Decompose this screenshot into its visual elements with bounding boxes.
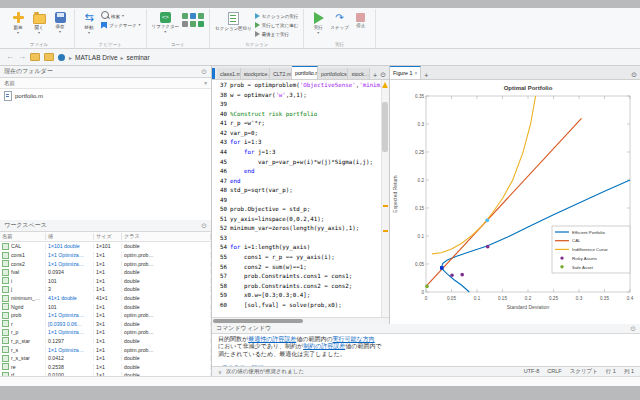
status-item: UTF-8	[524, 368, 540, 375]
ribbon-button-runsec[interactable]: セクションの実行	[255, 12, 299, 20]
editor-tab-portfoliom[interactable]: portfolio.m×	[292, 66, 318, 79]
ribbon-button-save[interactable]: 保存▾	[51, 11, 69, 34]
file-list-item[interactable]: portfolio.m	[0, 89, 211, 103]
workspace-row[interactable]: cons21×1 Optimiza…1×1optim.prob…	[0, 259, 211, 268]
ribbon-button-label: ブックマーク	[109, 23, 137, 28]
current-folder-column-header[interactable]: 名前 ▾	[0, 78, 211, 89]
workspace-row[interactable]: i1011×1double	[0, 277, 211, 286]
variable-size-cell: 1×1	[94, 261, 122, 267]
code-line: for j=1:3	[230, 149, 381, 159]
window-footer	[0, 376, 640, 386]
ribbon-button-step[interactable]: ↷ステップ	[330, 11, 348, 31]
panel-menu-icon[interactable]: ⊙	[201, 68, 207, 76]
line-number: 59	[212, 292, 227, 302]
ribbon-button-runadv[interactable]: 実行して次に進む	[255, 21, 299, 29]
ribbon-button-search[interactable]: 検索▾	[101, 12, 141, 20]
code-line: minimum_var=zeros(length(yy_axis),1);	[230, 225, 381, 235]
workspace-row[interactable]: r_s_star0.04121×1double	[0, 354, 211, 363]
workspace-row[interactable]: r_s1×1 Optimiza…1×1optim.prob…	[0, 345, 211, 354]
code-editor[interactable]: class1.m×stockprice.m×CLT2.m×portfolio.m…	[212, 66, 390, 324]
doc-link[interactable]: 最適性の許容誤差	[248, 336, 296, 342]
panel-menu-icon[interactable]: ⊙	[380, 71, 386, 79]
workspace-row[interactable]: re0.25381×1double	[0, 362, 211, 371]
line-number: 40	[212, 111, 227, 121]
figure-tab[interactable]: Figure 1 ×	[390, 66, 421, 79]
variable-icon	[2, 243, 9, 250]
code-warning-icon[interactable]	[382, 82, 388, 88]
workspace-row[interactable]: fval0.09341×1double	[0, 268, 211, 277]
panel-menu-icon[interactable]: ⊙	[201, 222, 207, 230]
line-number-gutter: 3738394041424344454647484950515253545556…	[212, 80, 230, 317]
doc-link[interactable]: 実行可能な方向	[333, 336, 375, 342]
code-tool-icon[interactable]	[190, 21, 196, 27]
status-item: 行 1	[606, 368, 616, 375]
ribbon-button-run[interactable]: 実行▾	[309, 11, 327, 35]
scrollbar-thumb[interactable]	[213, 319, 303, 323]
breadcrumb-item[interactable]: MATLAB Drive	[75, 54, 118, 61]
workspace-row[interactable]: j31×1double	[0, 285, 211, 294]
folder-up-icon[interactable]	[30, 53, 40, 61]
section-icon	[228, 12, 239, 25]
new-folder-icon[interactable]	[44, 53, 54, 61]
code-tool-icon[interactable]	[182, 13, 188, 19]
workspace-column-header[interactable]: 名前値サイズクラス	[0, 232, 211, 242]
panel-menu-icon[interactable]: ⊙	[631, 71, 637, 79]
variable-class-cell: double	[122, 355, 211, 361]
editor-tab-portfolioIcsm[interactable]: portfolioIcs.m×	[318, 68, 348, 79]
figure-canvas[interactable]: 00.050.10.150.20.250.30.350.400.050.10.1…	[390, 80, 640, 329]
code-tool-icon[interactable]	[198, 13, 204, 19]
panel-menu-icon[interactable]: ⊙	[630, 325, 636, 333]
caret-icon: ▾	[122, 14, 124, 18]
variable-name-cell: j	[0, 286, 46, 293]
back-icon[interactable]: ←	[6, 53, 14, 61]
code-tool-icon[interactable]	[198, 21, 204, 27]
forward-icon[interactable]: →	[18, 53, 26, 61]
code-tool-icon[interactable]	[182, 21, 188, 27]
warning-marker[interactable]	[383, 230, 388, 232]
ribbon-button-refactor[interactable]: <>リファクター▾	[152, 11, 180, 34]
ribbon-button-section[interactable]: セクション区切り	[215, 11, 252, 32]
variable-size-cell: 1×1	[94, 278, 122, 284]
workspace-row[interactable]: r_p_star0.12971×1double	[0, 337, 211, 346]
doc-link[interactable]: 制約の許容誤差	[303, 343, 345, 349]
ribbon-button-stop[interactable]: 停止	[352, 11, 370, 29]
variable-name-cell: re	[0, 363, 46, 370]
editor-tab-stock[interactable]: stock…×	[348, 68, 370, 79]
workspace-row[interactable]: minimum_…41×1 double41×1double	[0, 294, 211, 303]
ribbon-button-open[interactable]: 開く▾	[30, 11, 48, 35]
breadcrumb-item[interactable]: seminar	[127, 54, 150, 61]
ribbon-button-bookmark[interactable]: ブックマーク▾	[101, 21, 141, 29]
stop-icon	[356, 13, 365, 22]
filter-icon[interactable]: ▾	[204, 80, 207, 86]
warning-marker[interactable]	[383, 205, 388, 207]
code-tool-icon[interactable]	[190, 13, 196, 19]
variable-icon	[2, 260, 9, 267]
editor-dock-handle[interactable]	[212, 68, 215, 79]
horizontal-scrollbar[interactable]	[212, 317, 389, 324]
svg-text:0.35: 0.35	[600, 296, 609, 301]
new-tab-icon[interactable]: +	[373, 72, 377, 79]
ribbon-button-new[interactable]: 新規▾	[9, 11, 27, 35]
workspace-row[interactable]: r_p1×1 Optimiza…1×1optim.prob…	[0, 328, 211, 337]
editor-tab-CLT2m[interactable]: CLT2.m×	[270, 68, 292, 79]
variable-size-cell: 1×1	[94, 269, 122, 275]
line-number: 41	[212, 120, 227, 130]
new-figure-tab-icon[interactable]: +	[421, 72, 431, 79]
ribbon-button-runend[interactable]: 最後まで実行	[255, 30, 299, 38]
variable-value-cell: 0.0412	[46, 355, 94, 361]
workspace-row[interactable]: r[0.0393 0.06…3×1double	[0, 319, 211, 328]
chevron-down-icon[interactable]: ∨	[218, 369, 222, 375]
editor-tab-class1m[interactable]: class1.m×	[217, 68, 241, 79]
editor-tab-stockpricem[interactable]: stockprice.m×	[241, 68, 270, 79]
workspace-row[interactable]: CAL1×101 double1×101double	[0, 242, 211, 251]
workspace-row[interactable]: Ngrid1011×1double	[0, 302, 211, 311]
command-window[interactable]: コマンドウィンドウ ⊙ 目的関数が最適性の許容誤差値の範囲内の実行可能な方向にお…	[212, 324, 640, 366]
code-area[interactable]: prob = optimproblem('ObjectiveSense','mi…	[230, 80, 381, 317]
close-icon[interactable]: ×	[414, 70, 417, 76]
vertical-scrollbar[interactable]	[382, 102, 388, 152]
workspace-row[interactable]: cons11×1 Optimiza…1×1optim.prob…	[0, 251, 211, 260]
annotation-ruler[interactable]	[381, 80, 389, 317]
runend-icon	[255, 31, 260, 37]
ribbon-button-goto[interactable]: ⇆移動▾	[80, 11, 98, 35]
workspace-row[interactable]: prob1×1 Optimiza…1×1optim.prob…	[0, 311, 211, 320]
